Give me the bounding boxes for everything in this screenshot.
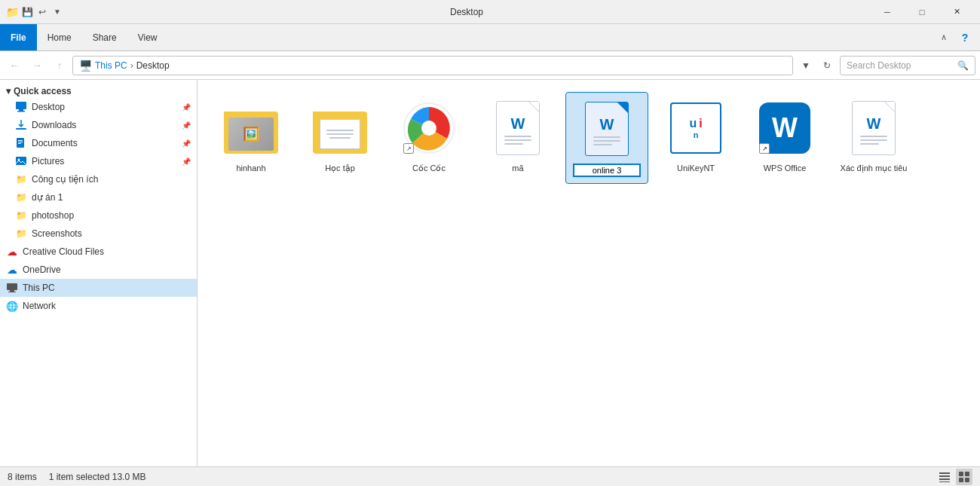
sidebar-label-network: Network	[23, 301, 56, 311]
svg-rect-4	[17, 138, 24, 148]
hinhanh-icon: 🖼️	[221, 98, 281, 158]
path-dropdown-button[interactable]: ▼	[796, 56, 816, 75]
title-bar-icons: 📁 💾 ↩ ▼	[6, 6, 63, 18]
svg-rect-10	[7, 283, 17, 290]
status-bar: 8 items 1 item selected 13.0 MB	[0, 466, 980, 486]
svg-point-14	[421, 121, 436, 136]
documents-icon	[15, 137, 27, 149]
app-icon: 📁	[6, 6, 18, 18]
sidebar-section-quick-access[interactable]: ▾ Quick access	[0, 83, 197, 98]
item-count: 8 items	[8, 472, 37, 482]
sidebar-item-downloads[interactable]: Downloads 📌	[0, 116, 197, 134]
pin-icon-documents: 📌	[182, 139, 191, 148]
svg-rect-17	[939, 478, 950, 480]
sidebar-item-congcu[interactable]: 📁 Công cụ tiện ích	[0, 170, 197, 188]
sidebar-label-desktop: Desktop	[32, 102, 65, 112]
congcu-icon: 📁	[15, 173, 27, 185]
sidebar-item-onedrive[interactable]: ☁ OneDrive	[0, 261, 197, 279]
ribbon: File Home Share View ∧ ?	[0, 24, 980, 51]
svg-rect-12	[8, 292, 16, 292]
ribbon-tab-share[interactable]: Share	[82, 24, 127, 50]
file-item-coccoc[interactable]: ↗ Cốc Cốc	[387, 92, 470, 184]
help-button[interactable]: ?	[953, 27, 977, 48]
svg-rect-19	[959, 472, 963, 476]
address-path[interactable]: 🖥️ This PC › Desktop	[72, 56, 793, 75]
large-icons-view-button[interactable]	[956, 469, 972, 485]
sidebar-item-pictures[interactable]: Pictures 📌	[0, 152, 197, 170]
sidebar: ▾ Quick access Desktop 📌 Downloads 📌 Doc…	[0, 80, 198, 466]
svg-rect-22	[965, 478, 969, 482]
file-item-xacdinh[interactable]: W Xác định mục tiêu	[832, 92, 915, 184]
onedrive-icon: ☁	[6, 264, 18, 276]
svg-rect-16	[939, 475, 950, 477]
sidebar-label-onedrive: OneDrive	[23, 264, 61, 275]
photoshop-icon: 📁	[15, 209, 27, 222]
desktop-icon	[15, 101, 27, 113]
svg-rect-5	[18, 140, 23, 141]
sidebar-item-screenshots[interactable]: 📁 Screenshots	[0, 225, 197, 243]
hinhanh-label: hinhanh	[236, 163, 265, 173]
sidebar-item-network[interactable]: 🌐 Network	[0, 297, 197, 315]
sidebar-item-duan1[interactable]: 📁 dự án 1	[0, 188, 197, 206]
search-icon[interactable]: 🔍	[957, 60, 969, 71]
sidebar-label-congcu: Công cụ tiện ích	[32, 174, 98, 185]
path-thispc[interactable]: This PC	[95, 60, 127, 71]
duan1-icon: 📁	[15, 191, 27, 203]
forward-button[interactable]: →	[27, 56, 47, 75]
sidebar-item-creative-cloud[interactable]: ☁ Creative Cloud Files	[0, 243, 197, 261]
unikey-icon: u i n	[666, 98, 726, 158]
file-item-hoctap[interactable]: Học tập	[299, 92, 381, 184]
svg-rect-2	[17, 111, 25, 112]
downloads-icon	[15, 119, 27, 131]
up-button[interactable]: ↑	[50, 56, 69, 75]
file-item-wpsoffice[interactable]: W ↗ WPS Office	[743, 92, 826, 184]
search-placeholder: Search Desktop	[847, 60, 954, 71]
details-view-button[interactable]	[936, 469, 953, 485]
file-item-hinhanh[interactable]: 🖼️ hinhanh	[210, 92, 292, 184]
file-item-ma[interactable]: W mã	[476, 92, 559, 184]
sidebar-label-screenshots: Screenshots	[32, 228, 82, 239]
svg-rect-18	[939, 481, 950, 482]
pictures-icon	[15, 155, 27, 167]
refresh-button[interactable]: ↻	[817, 56, 837, 75]
address-actions: ▼ ↻	[796, 56, 837, 75]
back-button[interactable]: ←	[5, 56, 24, 75]
screenshots-icon: 📁	[15, 228, 27, 240]
online3-icon: W	[577, 99, 637, 159]
ribbon-tab-home[interactable]: Home	[37, 24, 82, 50]
online3-name-input[interactable]	[573, 164, 641, 177]
unikey-label: UniKeyNT	[677, 163, 715, 173]
svg-rect-6	[18, 142, 23, 142]
ribbon-tab-file[interactable]: File	[0, 24, 37, 50]
quick-access-chevron: ▾	[6, 86, 11, 96]
content-area: 🖼️ hinhanh	[198, 80, 980, 466]
network-icon: 🌐	[6, 300, 18, 312]
pin-icon-pictures: 📌	[182, 157, 191, 166]
sidebar-item-photoshop[interactable]: 📁 photoshop	[0, 206, 197, 225]
hoctap-label: Học tập	[325, 163, 355, 173]
window-controls: ─ □ ✕	[870, 0, 974, 24]
svg-rect-15	[939, 472, 950, 474]
view-toggle	[936, 469, 972, 485]
search-box[interactable]: Search Desktop 🔍	[840, 56, 975, 75]
file-item-online3[interactable]: W	[565, 92, 648, 184]
ma-label: mã	[512, 163, 523, 173]
hoctap-icon	[310, 98, 370, 158]
close-button[interactable]: ✕	[939, 0, 974, 24]
coccoc-icon: ↗	[399, 98, 459, 158]
coccoc-label: Cốc Cốc	[412, 163, 446, 173]
more-icon[interactable]: ▼	[51, 6, 63, 18]
wpsoffice-label: WPS Office	[764, 163, 807, 173]
xacdinh-label: Xác định mục tiêu	[841, 163, 908, 173]
save-icon: 💾	[21, 6, 33, 18]
maximize-button[interactable]: □	[905, 0, 939, 24]
file-item-unikeyntnt[interactable]: u i n UniKeyNT	[654, 92, 737, 184]
sidebar-item-desktop[interactable]: Desktop 📌	[0, 98, 197, 116]
sidebar-item-thispc[interactable]: This PC	[0, 279, 197, 297]
ribbon-collapse-button[interactable]: ∧	[935, 32, 953, 42]
minimize-button[interactable]: ─	[870, 0, 905, 24]
sidebar-item-documents[interactable]: Documents 📌	[0, 134, 197, 152]
address-bar: ← → ↑ 🖥️ This PC › Desktop ▼ ↻ Search De…	[0, 51, 980, 80]
svg-rect-0	[16, 102, 26, 109]
ribbon-tab-view[interactable]: View	[127, 24, 168, 50]
